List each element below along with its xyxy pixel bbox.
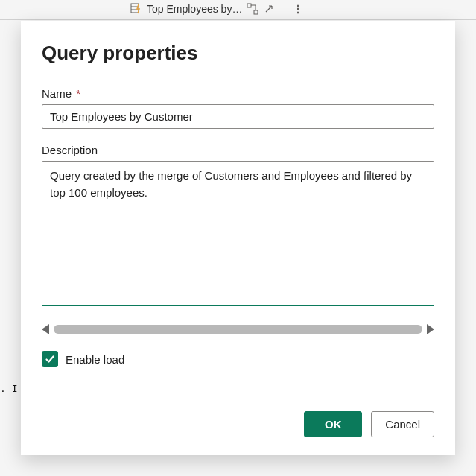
background-query-tab: Top Employees by… ⋮ [130, 0, 304, 18]
name-label: Name * [42, 87, 434, 100]
scroll-track[interactable] [54, 325, 422, 334]
enable-load-checkbox[interactable] [42, 351, 58, 367]
name-label-text: Name [42, 87, 72, 100]
horizontal-scrollbar[interactable] [42, 323, 434, 336]
name-input[interactable] [42, 104, 434, 129]
ok-button[interactable]: OK [304, 411, 362, 437]
table-lightning-icon [130, 3, 142, 15]
background-code-fragment: . I [0, 383, 17, 394]
expand-arrow-icon [263, 3, 275, 15]
cancel-button[interactable]: Cancel [371, 411, 434, 437]
scroll-left-icon[interactable] [42, 324, 49, 334]
description-label: Description [42, 144, 434, 156]
scroll-right-icon[interactable] [427, 324, 434, 334]
dialog-title: Query properties [42, 42, 434, 65]
background-tab-label: Top Employees by… [147, 3, 242, 15]
diagram-icon [247, 3, 258, 15]
svg-rect-4 [254, 10, 258, 14]
enable-load-label: Enable load [66, 353, 124, 366]
required-marker: * [76, 87, 80, 100]
svg-rect-3 [247, 4, 251, 7]
enable-load-row: Enable load [42, 351, 434, 367]
description-textarea[interactable] [42, 161, 434, 306]
query-properties-dialog: Query properties Name * Description Enab… [21, 21, 455, 455]
background-divider [0, 19, 476, 20]
more-options-icon: ⋮ [293, 3, 304, 15]
dialog-button-row: OK Cancel [42, 390, 434, 437]
